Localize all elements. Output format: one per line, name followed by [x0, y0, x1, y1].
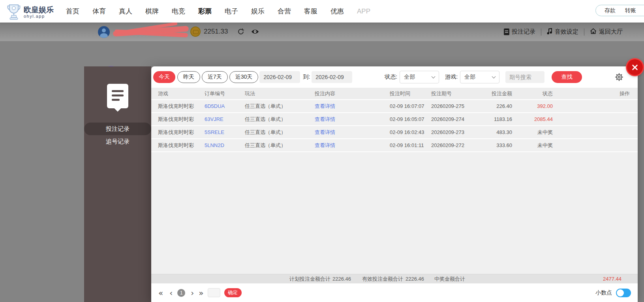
wallet-actions: 存款 转账 取款 — [595, 5, 644, 16]
col-play: 玩法 — [245, 90, 315, 97]
divider — [584, 28, 584, 36]
cell-bet-time: 02-09 16:01:11 — [390, 142, 431, 148]
refresh-balance-icon[interactable] — [237, 28, 245, 37]
nav-item-1[interactable]: 体育 — [92, 7, 106, 16]
cell-game: 斯洛伐克时时彩 — [158, 103, 205, 110]
filter-7days-button[interactable]: 近7天 — [202, 71, 228, 83]
status-label: 状态: — [385, 74, 397, 81]
sound-settings-button[interactable]: 音效设定 — [547, 28, 578, 36]
date-from-input[interactable] — [259, 71, 300, 83]
current-page-badge[interactable]: 1 — [177, 289, 185, 297]
chevron-down-icon — [492, 74, 496, 78]
filter-30days-button[interactable]: 近30天 — [229, 71, 259, 83]
transfer-button[interactable]: 转账 — [625, 7, 636, 14]
view-details-link[interactable]: 查看详情 — [315, 103, 390, 110]
nav-item-8[interactable]: 合营 — [278, 7, 291, 16]
order-number-link[interactable]: 5LNN2D — [205, 142, 245, 148]
gear-icon[interactable] — [615, 73, 623, 81]
period-search-input[interactable] — [505, 71, 544, 83]
table-row: 斯洛伐克时时彩 5LNN2D 任三直选（单式） 查看详情 02-09 16:01… — [151, 139, 638, 152]
music-note-icon — [547, 28, 552, 36]
plan-total-value: 2226.46 — [332, 274, 351, 284]
game-select[interactable]: 全部 — [460, 71, 499, 83]
return-lobby-label: 返回大厅 — [599, 28, 623, 36]
sidebar-item-bet-records[interactable]: 投注记录 — [84, 123, 151, 135]
nav-item-6[interactable]: 电子 — [225, 7, 238, 16]
col-game: 游戏 — [158, 90, 205, 97]
filter-today-button[interactable]: 今天 — [153, 71, 175, 83]
next-page-button[interactable]: › — [191, 288, 194, 298]
document-icon — [504, 28, 509, 35]
valid-total-value: 2226.46 — [406, 274, 424, 284]
records-table: 游戏 订单编号 玩法 投注内容 投注时间 投注期号 投注金额 状态 操作 斯洛伐… — [151, 88, 638, 274]
bet-records-button[interactable]: 投注记录 — [504, 28, 535, 36]
eye-icon[interactable] — [251, 28, 259, 37]
cell-play-type: 任三直选（单式） — [245, 142, 315, 149]
table-row: 斯洛伐克时时彩 6D5DUA 任三直选（单式） 查看详情 02-09 16:07… — [151, 100, 638, 113]
decimal-toggle[interactable] — [616, 289, 631, 297]
confirm-page-button[interactable]: 确定 — [224, 288, 242, 297]
status-select[interactable]: 全部 — [400, 71, 439, 83]
view-details-link[interactable]: 查看详情 — [315, 116, 390, 123]
screen: 欧皇娱乐 ohyl.app 首页体育真人棋牌电竞彩票电子娱乐合营客服优惠APP … — [0, 0, 644, 302]
view-details-link[interactable]: 查看详情 — [315, 129, 390, 136]
pagination-bar: « ‹ 1 › » 确定 小数点 — [151, 283, 638, 302]
col-time: 投注时间 — [390, 90, 431, 97]
brand-logo[interactable]: 欧皇娱乐 ohyl.app — [7, 3, 54, 21]
deposit-button[interactable]: 存款 — [605, 7, 616, 14]
date-to-input[interactable] — [312, 71, 352, 83]
date-to-label: 到: — [303, 74, 310, 81]
filter-yesterday-button[interactable]: 昨天 — [177, 71, 200, 83]
close-icon[interactable] — [627, 59, 643, 75]
cell-status: 2085.44 — [512, 116, 553, 122]
cell-status: 未中奖 — [512, 129, 553, 136]
col-status: 状态 — [512, 90, 553, 97]
cell-amount: 226.40 — [479, 103, 512, 109]
cell-period: 20260209-273 — [431, 129, 479, 135]
trophy-icon — [7, 3, 21, 21]
account-bar-actions: 投注记录 音效设定 返回大厅 — [504, 23, 623, 41]
nav-item-10[interactable]: 优惠 — [330, 7, 344, 16]
col-action: 操作 — [553, 90, 630, 97]
prev-page-button[interactable]: ‹ — [169, 288, 173, 298]
avatar[interactable] — [98, 26, 110, 38]
cell-bet-time: 02-09 16:07:07 — [390, 103, 431, 109]
table-row: 斯洛伐克时时彩 5SRELE 任三直选（单式） 查看详情 02-09 16:02… — [151, 126, 638, 139]
return-lobby-button[interactable]: 返回大厅 — [590, 28, 623, 36]
game-select-value: 全部 — [464, 74, 475, 81]
nav-item-5[interactable]: 彩票 — [198, 7, 212, 16]
cell-amount: 1183.16 — [479, 116, 512, 122]
order-number-link[interactable]: 6D5DUA — [205, 103, 245, 109]
view-details-link[interactable]: 查看详情 — [315, 142, 390, 149]
chevron-down-icon — [432, 74, 436, 78]
nav-item-2[interactable]: 真人 — [119, 7, 132, 16]
order-number-link[interactable]: 63VJRE — [205, 116, 245, 122]
first-page-button[interactable]: « — [158, 288, 163, 298]
nav-item-0[interactable]: 首页 — [66, 7, 79, 16]
cell-amount: 483.30 — [479, 129, 512, 135]
plan-total-label: 计划投注金额合计 — [289, 274, 330, 284]
nav-item-3[interactable]: 棋牌 — [145, 7, 159, 16]
page-jump-input[interactable] — [208, 288, 220, 297]
nav-item-9[interactable]: 客服 — [304, 7, 317, 16]
col-content: 投注内容 — [315, 90, 390, 97]
nav-item-4[interactable]: 电竞 — [172, 7, 185, 16]
cell-period: 20260209-272 — [431, 142, 479, 148]
nav-item-11[interactable]: APP — [357, 8, 370, 15]
cell-status: 未中奖 — [512, 142, 553, 149]
brand-title: 欧皇娱乐 — [24, 6, 54, 14]
records-sidebar: 投注记录 追号记录 — [84, 66, 151, 302]
search-button[interactable]: 查找 — [552, 71, 582, 83]
order-number-link[interactable]: 5SRELE — [205, 129, 245, 135]
coin-icon — [190, 26, 201, 37]
last-page-button[interactable]: » — [199, 288, 203, 298]
cell-bet-time: 02-09 16:05:07 — [390, 116, 431, 122]
col-period: 投注期号 — [431, 90, 479, 97]
cell-play-type: 任三直选（单式） — [245, 129, 315, 136]
win-total-value: 2477.44 — [603, 274, 621, 284]
sidebar-item-chase-records[interactable]: 追号记录 — [84, 135, 151, 148]
decimal-label: 小数点 — [595, 289, 612, 296]
status-select-value: 全部 — [404, 74, 415, 81]
nav-item-7[interactable]: 娱乐 — [251, 7, 265, 16]
filter-toolbar: 今天 昨天 近7天 近30天 到: 状态: 全部 游戏: 全部 查找 — [151, 66, 638, 83]
